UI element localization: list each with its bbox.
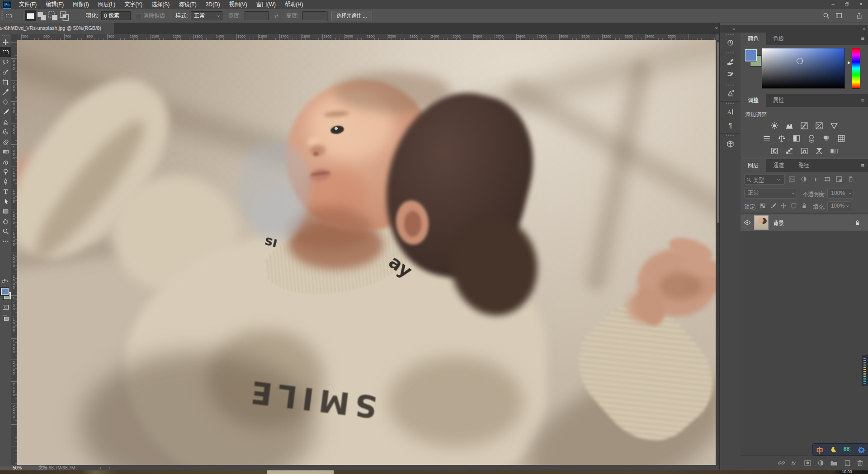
hue-slider-arrow[interactable] xyxy=(848,61,850,65)
share-icon[interactable] xyxy=(856,12,863,19)
filter-smart-objects-icon[interactable] xyxy=(835,175,844,184)
menu-item-9[interactable]: 窗口(W) xyxy=(252,0,280,9)
quick-mask-button[interactable] xyxy=(0,302,11,312)
dock-gripper[interactable] xyxy=(726,85,735,85)
clone-source-panel-icon[interactable] xyxy=(720,86,741,100)
new-group-icon[interactable] xyxy=(830,459,838,467)
options-gripper[interactable] xyxy=(1,11,3,20)
lock-all-icon[interactable] xyxy=(801,203,808,210)
hue-bar[interactable] xyxy=(852,48,860,89)
move-tool[interactable] xyxy=(0,37,11,47)
character-panel-icon[interactable]: A xyxy=(720,105,741,118)
smudge-tool[interactable] xyxy=(0,156,11,166)
menu-item-4[interactable]: 文字(Y) xyxy=(120,0,147,9)
dock-gripper[interactable] xyxy=(726,103,735,104)
panel-menu-icon[interactable]: ≡ xyxy=(861,35,864,42)
eyedropper-tool[interactable] xyxy=(0,87,11,97)
blend-mode-select[interactable]: 正常 xyxy=(744,189,797,199)
dock-gripper[interactable] xyxy=(726,52,735,53)
menu-item-8[interactable]: 视图(V) xyxy=(225,0,252,9)
intersect-selection[interactable] xyxy=(59,10,70,21)
vertical-ruler[interactable]: 6007008009001000110012001300140015001600… xyxy=(11,40,18,465)
new-adjustment-layer-icon[interactable] xyxy=(817,459,825,467)
menu-item-6[interactable]: 滤镜(T) xyxy=(174,0,201,9)
ime-settings-gear-icon[interactable] xyxy=(858,446,865,453)
color-picker-ring[interactable] xyxy=(797,58,803,64)
pen-tool[interactable] xyxy=(0,176,11,186)
close-button[interactable]: × xyxy=(854,0,868,9)
tab-channels[interactable]: 通道 xyxy=(766,159,791,172)
restore-icon[interactable] xyxy=(840,0,854,9)
lock-transparent-pixels-icon[interactable] xyxy=(760,203,767,210)
adjustment-posterize-icon[interactable] xyxy=(785,147,794,156)
filter-shape-layers-icon[interactable] xyxy=(824,175,832,184)
width-input[interactable] xyxy=(245,11,269,20)
history-brush-tool[interactable] xyxy=(0,127,11,137)
rectangle-tool[interactable] xyxy=(0,206,11,216)
menu-item-0[interactable]: 文件(F) xyxy=(14,0,41,9)
hand-tool[interactable] xyxy=(0,216,11,226)
history-panel-icon[interactable] xyxy=(720,36,741,49)
tool-presets-panel-icon[interactable] xyxy=(720,68,741,81)
canvas-image[interactable]: sı ay SMILE xyxy=(17,40,716,465)
filter-toggle-icon[interactable] xyxy=(847,175,855,184)
ps-logo[interactable]: Ps xyxy=(3,1,11,9)
fill-value[interactable]: 100% xyxy=(827,201,851,211)
opacity-value[interactable]: 100% xyxy=(827,189,854,199)
tab-layers[interactable]: 图层 xyxy=(741,159,766,172)
collapse-dock-left-icon[interactable]: « xyxy=(732,25,734,33)
new-layer-icon[interactable] xyxy=(843,459,851,467)
tool-preset-picker[interactable] xyxy=(5,10,22,21)
select-and-mask-button[interactable]: 选择并遮住 ... xyxy=(331,11,372,21)
spot-healing-brush-tool[interactable] xyxy=(0,97,11,107)
tab-close-icon[interactable]: × xyxy=(715,23,718,34)
adjustment-color-lookup-icon[interactable] xyxy=(837,134,846,143)
paragraph-panel-icon[interactable]: ¶ xyxy=(720,118,741,132)
adjustment-brightness-contrast-icon[interactable] xyxy=(770,122,779,130)
antialias-checkbox[interactable] xyxy=(136,13,142,19)
eraser-tool[interactable] xyxy=(0,137,11,147)
toolbar-gripper[interactable] xyxy=(2,35,9,36)
edit-toolbar[interactable] xyxy=(0,236,11,246)
swap-dimensions-icon[interactable] xyxy=(273,13,280,19)
adjustment-selective-color-icon[interactable] xyxy=(815,147,824,156)
crop-tool[interactable] xyxy=(0,77,11,87)
tab-properties[interactable]: 属性 xyxy=(766,94,791,107)
adjustment-hue-saturation-icon[interactable] xyxy=(763,134,771,143)
height-input[interactable] xyxy=(302,11,326,20)
panel-menu-icon[interactable]: ≡ xyxy=(861,162,864,169)
ime-language-icon[interactable]: 中 xyxy=(816,445,823,455)
adjustment-black-white-icon[interactable] xyxy=(793,134,801,143)
brush-tool[interactable] xyxy=(0,107,11,117)
adjustment-curves-icon[interactable] xyxy=(800,122,809,130)
dock-gripper[interactable] xyxy=(726,135,735,136)
lock-position-icon[interactable] xyxy=(780,203,788,210)
add-to-selection[interactable] xyxy=(36,10,47,21)
dock-gripper[interactable] xyxy=(726,34,735,35)
zoom-tool[interactable] xyxy=(0,226,11,236)
add-layer-mask-icon[interactable] xyxy=(804,459,812,467)
saturation-brightness-field[interactable] xyxy=(762,48,845,89)
lasso-tool[interactable] xyxy=(0,57,11,67)
minimize-button[interactable]: – xyxy=(826,0,840,9)
layer-row-background[interactable]: 背景 xyxy=(741,214,868,231)
menu-item-5[interactable]: 选择(S) xyxy=(147,0,174,9)
foreground-color-swatch[interactable] xyxy=(1,288,9,295)
tab-paths[interactable]: 路径 xyxy=(791,159,816,172)
link-layers-icon[interactable] xyxy=(778,459,786,467)
new-selection[interactable] xyxy=(25,10,36,21)
layer-filter-kind-select[interactable]: 类型 xyxy=(744,175,785,185)
lock-artboard-icon[interactable] xyxy=(791,203,798,210)
feather-input[interactable]: 0 像素 xyxy=(101,11,131,20)
threed-panel-icon[interactable] xyxy=(720,137,741,151)
dodge-tool[interactable] xyxy=(0,166,11,176)
tab-color[interactable]: 颜色 xyxy=(741,33,766,45)
adjustment-channel-mixer-icon[interactable] xyxy=(822,134,831,143)
tab-swatches[interactable]: 色板 xyxy=(766,33,791,45)
subtract-from-selection[interactable] xyxy=(47,10,59,21)
panel-menu-icon[interactable]: ≡ xyxy=(861,97,864,104)
adjustment-photo-filter-icon[interactable] xyxy=(807,134,816,143)
path-selection-tool[interactable] xyxy=(0,196,11,206)
rectangular-marquee-tool[interactable] xyxy=(0,47,11,57)
adjustment-gradient-map-icon[interactable] xyxy=(830,147,839,156)
